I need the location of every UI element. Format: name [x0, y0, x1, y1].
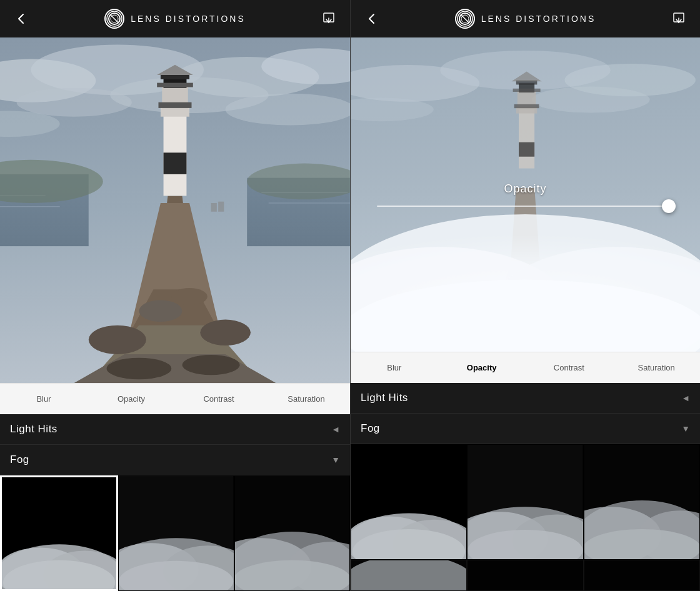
svg-rect-37	[164, 152, 187, 174]
right-opacity-slider[interactable]	[377, 206, 674, 207]
svg-point-24	[171, 288, 208, 305]
right-light-hits-arrow: ◄	[681, 393, 690, 403]
right-fog-thumb-3[interactable]	[584, 444, 700, 560]
right-light-hits-title: Light Hits	[361, 392, 408, 404]
left-toolbar-saturation[interactable]: Saturation	[262, 385, 350, 412]
right-header: LENS DISTORTIONS	[351, 0, 700, 37]
svg-point-2	[111, 15, 118, 22]
left-thumbnails-row	[0, 475, 350, 591]
left-light-hits-arrow: ◄	[331, 424, 340, 434]
right-slider-thumb[interactable]	[662, 199, 676, 213]
left-toolbar-opacity[interactable]: Opacity	[88, 385, 175, 412]
right-opacity-label: Opacity	[504, 182, 546, 196]
svg-point-25	[107, 358, 172, 380]
left-header: LENS DISTORTIONS	[0, 0, 350, 37]
right-opacity-overlay: Opacity	[351, 37, 700, 352]
left-fog-title: Fog	[10, 454, 29, 466]
svg-rect-39	[157, 83, 193, 87]
left-fog-thumb-2[interactable]	[118, 475, 234, 591]
right-fog-title: Fog	[361, 422, 380, 435]
right-photo: Opacity	[351, 37, 700, 352]
svg-point-59	[458, 11, 472, 26]
right-app-title: LENS DISTORTIONS	[481, 14, 596, 24]
right-light-hits-header[interactable]: Light Hits ◄	[351, 383, 700, 414]
left-bottom-panel: Light Hits ◄ Fog ▼	[0, 414, 350, 591]
right-fog-header[interactable]: Fog ▼	[351, 414, 700, 444]
svg-point-26	[182, 355, 240, 375]
right-back-button[interactable]	[361, 7, 383, 30]
left-fog-thumb-1[interactable]	[0, 475, 118, 591]
right-toolbar-blur[interactable]: Blur	[351, 354, 438, 381]
right-download-button[interactable]	[668, 7, 690, 30]
left-panel: LENS DISTORTIONS	[0, 0, 350, 591]
right-fog-arrow: ▼	[681, 424, 690, 434]
svg-point-21	[89, 325, 146, 354]
left-app-title: LENS DISTORTIONS	[131, 14, 246, 24]
svg-rect-43	[218, 202, 224, 212]
svg-line-60	[461, 15, 469, 22]
svg-point-23	[139, 300, 182, 322]
left-light-hits-header[interactable]: Light Hits ◄	[0, 414, 350, 445]
right-thumbnails-row	[351, 444, 700, 560]
right-fog-thumb-2[interactable]	[467, 444, 583, 560]
right-panel: LENS DISTORTIONS	[350, 0, 700, 591]
right-header-center: LENS DISTORTIONS	[455, 9, 596, 29]
right-toolbar: Blur Opacity Contrast Saturation	[351, 352, 700, 383]
svg-point-61	[461, 15, 469, 22]
left-photo	[0, 37, 350, 383]
svg-point-13	[226, 94, 350, 126]
left-fog-arrow: ▼	[331, 455, 340, 465]
svg-line-1	[111, 15, 118, 22]
left-toolbar-blur[interactable]: Blur	[0, 385, 88, 412]
left-fog-header[interactable]: Fog ▼	[0, 445, 350, 475]
right-toolbar-opacity[interactable]: Opacity	[438, 354, 526, 381]
left-header-center: LENS DISTORTIONS	[104, 9, 246, 29]
left-toolbar: Blur Opacity Contrast Saturation	[0, 383, 350, 414]
left-light-hits-title: Light Hits	[10, 423, 58, 435]
left-back-button[interactable]	[10, 7, 32, 30]
right-bottom-panel: Light Hits ◄ Fog ▼	[351, 383, 700, 591]
left-toolbar-contrast[interactable]: Contrast	[175, 385, 262, 412]
svg-rect-38	[159, 102, 192, 108]
left-logo	[104, 9, 124, 29]
right-logo	[455, 9, 475, 29]
right-fog-thumb-1[interactable]	[351, 444, 467, 560]
left-fog-thumb-3[interactable]	[234, 475, 350, 591]
svg-point-102	[351, 560, 466, 590]
svg-point-0	[107, 11, 122, 26]
svg-rect-42	[211, 203, 217, 212]
right-second-row	[351, 560, 700, 591]
right-toolbar-contrast[interactable]: Contrast	[526, 354, 613, 381]
right-toolbar-saturation[interactable]: Saturation	[612, 354, 700, 381]
left-download-button[interactable]	[318, 7, 340, 30]
svg-point-22	[200, 320, 251, 345]
